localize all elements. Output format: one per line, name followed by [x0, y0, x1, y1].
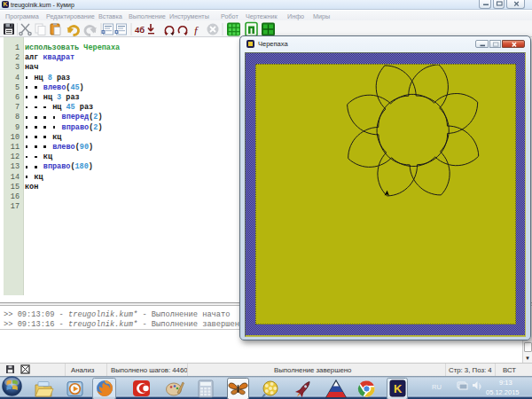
svg-text:9:13: 9:13 [499, 379, 512, 387]
svg-text:RU: RU [432, 383, 442, 391]
svg-text:05.12.2015: 05.12.2015 [486, 388, 520, 396]
svg-text:ƒ: ƒ [193, 23, 200, 36]
svg-text:K: K [394, 382, 403, 395]
svg-text:4б: 4б [135, 25, 145, 35]
